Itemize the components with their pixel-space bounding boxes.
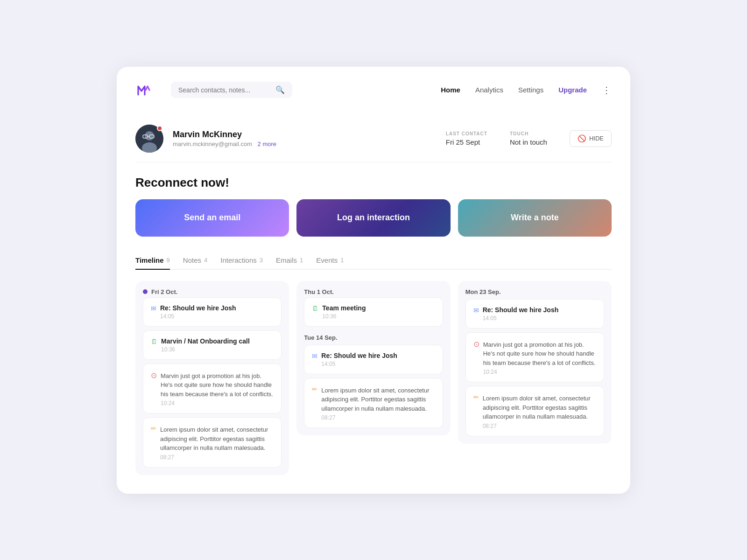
table-row[interactable]: ⊙ Marvin just got a promotion at his job… bbox=[143, 364, 282, 414]
warning-icon: ⊙ bbox=[151, 371, 157, 380]
app-container: 🔍 Home Analytics Settings Upgrade ⋮ bbox=[117, 67, 630, 494]
last-contact-stat: LAST CONTACT Fri 25 Sept bbox=[446, 131, 487, 146]
touch-value: Not in touch bbox=[510, 138, 547, 146]
contact-stats: LAST CONTACT Fri 25 Sept TOUCH Not in to… bbox=[446, 130, 612, 147]
table-row[interactable]: ✏ Lorem ipsum dolor sit amet, consectetu… bbox=[143, 417, 282, 468]
hide-label: HIDE bbox=[589, 135, 604, 142]
card-body: Lorem ipsum dolor sit amet, consectetur … bbox=[321, 386, 435, 413]
nav-analytics[interactable]: Analytics bbox=[475, 86, 503, 94]
contact-info: Marvin McKinney marvin.mckinney@gmail.co… bbox=[173, 130, 276, 147]
nav-upgrade[interactable]: Upgrade bbox=[558, 86, 587, 94]
touch-stat: TOUCH Not in touch bbox=[510, 131, 547, 146]
tab-notes-label: Notes bbox=[183, 256, 201, 264]
tab-timeline[interactable]: Timeline 9 bbox=[135, 252, 170, 270]
timeline-col-0: Fri 2 Oct. ✉ Re: Should we hire Josh 14:… bbox=[135, 281, 289, 475]
pencil-icon: ✏ bbox=[473, 393, 479, 401]
card-time: 10:36 bbox=[161, 346, 250, 353]
card-time: 10:36 bbox=[322, 313, 366, 320]
contact-email: marvin.mckinney@gmail.com bbox=[173, 140, 252, 147]
table-row[interactable]: 🗓 Marvin / Nat Onboarding call 10:36 bbox=[143, 330, 282, 360]
contact-header: Marvin McKinney marvin.mckinney@gmail.co… bbox=[135, 115, 612, 162]
col-1-subdate: Tue 14 Sep. bbox=[304, 334, 443, 341]
card-time: 08:27 bbox=[321, 414, 435, 421]
avatar bbox=[135, 125, 163, 153]
tab-timeline-label: Timeline bbox=[135, 256, 164, 264]
email-icon: ✉ bbox=[151, 305, 156, 312]
tab-notes[interactable]: Notes 4 bbox=[183, 252, 207, 270]
card-title: Team meeting bbox=[322, 304, 366, 312]
nav-more-button[interactable]: ⋮ bbox=[602, 84, 612, 96]
nav-settings[interactable]: Settings bbox=[518, 86, 543, 94]
card-time: 10:24 bbox=[483, 369, 596, 375]
search-bar[interactable]: 🔍 bbox=[171, 82, 292, 98]
card-time: 10:24 bbox=[161, 400, 274, 406]
search-input[interactable] bbox=[178, 86, 272, 94]
pencil-icon: ✏ bbox=[312, 385, 317, 393]
table-row[interactable]: ✉ Re: Should we hire Josh 14:05 bbox=[304, 345, 443, 374]
table-row[interactable]: 🗓 Team meeting 10:36 bbox=[304, 297, 443, 327]
email-icon: ✉ bbox=[312, 352, 317, 360]
tab-events-label: Events bbox=[316, 256, 338, 264]
tab-events-count: 1 bbox=[340, 257, 344, 264]
last-contact-value: Fri 25 Sept bbox=[446, 138, 487, 146]
card-time: 08:27 bbox=[160, 454, 274, 461]
tab-interactions-label: Interactions bbox=[220, 256, 257, 264]
nav-links: Home Analytics Settings Upgrade ⋮ bbox=[441, 84, 612, 96]
tab-emails-count: 1 bbox=[300, 257, 303, 264]
write-note-button[interactable]: Write a note bbox=[458, 199, 612, 237]
col-1-subdate-text: Tue 14 Sep. bbox=[304, 334, 337, 341]
col-1-date: Thu 1 Oct. bbox=[304, 288, 443, 295]
send-email-button[interactable]: Send an email bbox=[135, 199, 289, 237]
email-icon: ✉ bbox=[473, 307, 479, 314]
table-row[interactable]: ⊙ Marvin just got a promotion at his job… bbox=[465, 332, 604, 383]
hide-button[interactable]: 🚫 HIDE bbox=[570, 130, 612, 147]
calendar-icon: 🗓 bbox=[151, 338, 157, 345]
card-body: Marvin just got a promotion at his job. … bbox=[161, 371, 274, 399]
col-0-date: Fri 2 Oct. bbox=[143, 288, 282, 295]
reconnect-title: Reconnect now! bbox=[135, 175, 612, 190]
log-interaction-button[interactable]: Log an interaction bbox=[296, 199, 450, 237]
tab-notes-count: 4 bbox=[204, 257, 207, 264]
nav: 🔍 Home Analytics Settings Upgrade ⋮ bbox=[135, 82, 612, 98]
avatar-badge bbox=[157, 126, 162, 131]
touch-label: TOUCH bbox=[510, 131, 547, 136]
logo[interactable] bbox=[135, 82, 152, 98]
hide-icon: 🚫 bbox=[578, 134, 586, 143]
table-row[interactable]: ✏ Lorem ipsum dolor sit amet, consectetu… bbox=[304, 378, 443, 428]
last-contact-label: LAST CONTACT bbox=[446, 131, 487, 136]
col-2-date-text: Mon 23 Sep. bbox=[465, 288, 501, 295]
timeline-columns: Fri 2 Oct. ✉ Re: Should we hire Josh 14:… bbox=[135, 281, 612, 475]
card-time: 14:05 bbox=[321, 361, 397, 367]
card-body: Marvin just got a promotion at his job. … bbox=[483, 340, 596, 368]
tab-interactions[interactable]: Interactions 3 bbox=[220, 252, 263, 270]
tabs: Timeline 9 Notes 4 Interactions 3 Emails… bbox=[135, 252, 612, 270]
card-time: 08:27 bbox=[483, 423, 596, 429]
col-0-dot bbox=[143, 289, 148, 294]
table-row[interactable]: ✉ Re: Should we hire Josh 14:05 bbox=[465, 299, 604, 329]
search-icon: 🔍 bbox=[275, 85, 285, 94]
action-buttons: Send an email Log an interaction Write a… bbox=[135, 199, 612, 237]
col-0-date-text: Fri 2 Oct. bbox=[151, 288, 177, 295]
tab-events[interactable]: Events 1 bbox=[316, 252, 344, 270]
table-row[interactable]: ✏ Lorem ipsum dolor sit amet, consectetu… bbox=[465, 386, 604, 436]
card-title: Re: Should we hire Josh bbox=[160, 304, 236, 312]
contact-name: Marvin McKinney bbox=[173, 130, 276, 140]
timeline-col-1: Thu 1 Oct. 🗓 Team meeting 10:36 Tue 14 S… bbox=[296, 281, 450, 475]
calendar-icon: 🗓 bbox=[312, 305, 318, 312]
tab-emails-label: Emails bbox=[276, 256, 297, 264]
nav-home[interactable]: Home bbox=[441, 86, 460, 94]
card-title: Re: Should we hire Josh bbox=[483, 306, 559, 314]
card-time: 14:05 bbox=[160, 313, 236, 320]
card-title: Marvin / Nat Onboarding call bbox=[161, 337, 250, 345]
card-time: 14:05 bbox=[483, 315, 559, 322]
table-row[interactable]: ✉ Re: Should we hire Josh 14:05 bbox=[143, 297, 282, 327]
card-body: Lorem ipsum dolor sit amet, consectetur … bbox=[160, 425, 274, 453]
contact-more-link[interactable]: 2 more bbox=[258, 140, 276, 147]
warning-icon: ⊙ bbox=[473, 340, 479, 349]
timeline-col-2: Mon 23 Sep. ✉ Re: Should we hire Josh 14… bbox=[458, 281, 612, 475]
col-2-date: Mon 23 Sep. bbox=[465, 288, 604, 295]
tab-interactions-count: 3 bbox=[260, 257, 263, 264]
pencil-icon: ✏ bbox=[151, 425, 156, 432]
tab-timeline-count: 9 bbox=[167, 257, 170, 264]
tab-emails[interactable]: Emails 1 bbox=[276, 252, 303, 270]
